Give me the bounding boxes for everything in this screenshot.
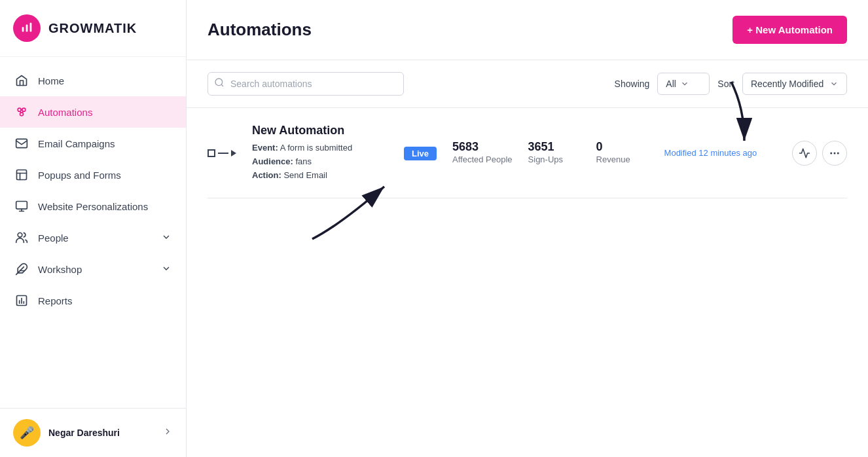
status-badge: Live — [404, 147, 437, 160]
showing-label: Showing — [615, 79, 650, 89]
sidebar-item-workshop[interactable]: Workshop — [0, 253, 186, 285]
svg-point-27 — [838, 153, 839, 154]
revenue-number: 0 — [596, 140, 603, 154]
svg-point-26 — [834, 153, 835, 154]
sort-value: Recently Modified — [751, 79, 823, 89]
chart-button[interactable] — [792, 141, 817, 166]
sidebar-item-reports[interactable]: Reports — [0, 285, 186, 316]
svg-point-16 — [18, 233, 22, 238]
main-content: Automations + New Automation Showing All… — [187, 0, 868, 457]
sidebar-item-automations-label: Automations — [38, 107, 92, 118]
search-icon — [214, 77, 225, 90]
sidebar-item-popups[interactable]: Popups and Forms — [0, 159, 186, 191]
sidebar-item-email-campaigns[interactable]: Email Campaigns — [0, 128, 186, 159]
live-badge: Live — [399, 147, 437, 159]
automation-row: New Automation Event: A form is submitte… — [208, 108, 847, 198]
search-container — [208, 72, 404, 96]
more-options-button[interactable] — [822, 141, 847, 166]
sidebar-logo: GROWMATIK — [0, 0, 186, 57]
affected-people-label: Affected People — [452, 154, 513, 166]
sign-ups-label: Sign-Ups — [528, 154, 563, 166]
main-header: Automations + New Automation — [187, 0, 868, 60]
logo-text: GROWMATIK — [48, 21, 137, 36]
svg-line-7 — [20, 111, 21, 113]
user-chevron-icon — [162, 426, 173, 439]
sidebar: GROWMATIK Home — [0, 0, 187, 457]
page-title: Automations — [208, 20, 312, 40]
sidebar-item-reports-label: Reports — [38, 295, 73, 306]
svg-point-23 — [215, 79, 223, 86]
showing-value: All — [666, 79, 676, 89]
sidebar-item-people[interactable]: People — [0, 222, 186, 253]
sign-ups-number: 3651 — [528, 140, 554, 154]
sort-select[interactable]: Recently Modified — [742, 73, 847, 95]
logo-icon — [13, 14, 41, 42]
website-icon — [14, 199, 29, 213]
user-name: Negar Dareshuri — [48, 428, 154, 438]
svg-rect-0 — [22, 27, 24, 31]
reports-icon — [14, 293, 29, 308]
automation-info: New Automation Event: A form is submitte… — [252, 124, 383, 182]
sidebar-item-website[interactable]: Website Personalizations — [0, 191, 186, 222]
svg-rect-1 — [26, 25, 28, 32]
sort-label: Sort — [717, 79, 734, 89]
sidebar-item-website-label: Website Personalizations — [38, 201, 148, 212]
automation-audience: Audience: fans — [252, 155, 383, 169]
affected-people-stat: 5683 Affected People — [452, 140, 513, 166]
home-icon — [14, 73, 29, 88]
search-input[interactable] — [208, 72, 404, 96]
people-icon — [14, 230, 29, 245]
sidebar-item-email-label: Email Campaigns — [38, 138, 115, 149]
modified-text: Modified 12 minutes ago — [664, 148, 769, 158]
svg-rect-9 — [16, 139, 27, 147]
people-chevron-icon — [161, 232, 172, 244]
automations-list: New Automation Event: A form is submitte… — [187, 108, 868, 198]
toolbar: Showing All Sort Recently Modified — [187, 60, 868, 108]
svg-point-25 — [831, 153, 832, 154]
toolbar-right: Showing All Sort Recently Modified — [615, 73, 847, 95]
revenue-label: Revenue — [596, 154, 630, 166]
workshop-icon — [14, 262, 29, 276]
automation-action: Action: Send Email — [252, 169, 383, 183]
sidebar-item-people-label: People — [38, 232, 69, 244]
svg-line-8 — [22, 111, 23, 113]
workshop-chevron-icon — [161, 263, 172, 276]
sign-ups-stat: 3651 Sign-Ups — [528, 140, 581, 166]
new-automation-button[interactable]: + New Automation — [732, 16, 847, 44]
action-buttons — [792, 141, 847, 166]
user-profile[interactable]: 🎤 Negar Dareshuri — [0, 408, 186, 457]
svg-line-24 — [221, 84, 223, 86]
svg-rect-13 — [16, 202, 27, 210]
revenue-stat: 0 Revenue — [596, 140, 649, 166]
sidebar-item-workshop-label: Workshop — [38, 264, 82, 275]
svg-rect-10 — [17, 170, 27, 180]
affected-people-number: 5683 — [452, 140, 479, 154]
automation-flow-icon — [208, 149, 236, 157]
avatar: 🎤 — [13, 419, 41, 447]
sidebar-item-automations[interactable]: Automations — [0, 96, 186, 128]
sidebar-item-popups-label: Popups and Forms — [38, 170, 121, 181]
sidebar-item-home[interactable]: Home — [0, 65, 186, 96]
automation-event: Event: A form is submitted — [252, 141, 383, 155]
automations-icon — [14, 105, 29, 119]
svg-rect-2 — [30, 23, 32, 32]
automation-name: New Automation — [252, 124, 383, 137]
sidebar-item-home-label: Home — [38, 75, 64, 86]
popups-icon — [14, 168, 29, 182]
sidebar-nav: Home Automations — [0, 57, 186, 408]
email-icon — [14, 136, 29, 151]
showing-select[interactable]: All — [657, 73, 710, 95]
